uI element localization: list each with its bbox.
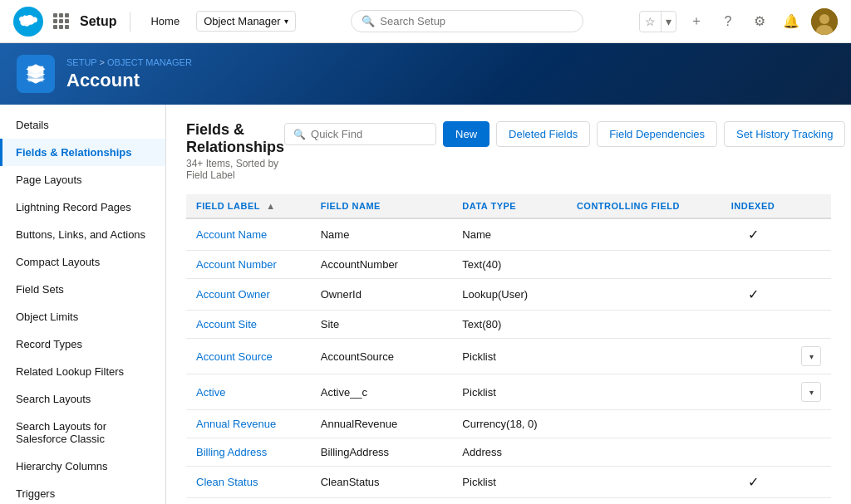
field-label-link[interactable]: Clean Status bbox=[196, 476, 258, 488]
favorites-dropdown-arrow[interactable]: ▾ bbox=[661, 12, 676, 32]
cell-field-name: CleanStatus bbox=[311, 467, 453, 498]
table-header: FIELD LABEL ▲ FIELD NAME DATA TYPE CONTR… bbox=[186, 194, 831, 218]
svg-point-1 bbox=[819, 14, 829, 24]
cell-actions bbox=[791, 279, 831, 311]
sidebar-item-lightning-record-pages[interactable]: Lightning Record Pages bbox=[0, 193, 165, 221]
object-header: SETUP > OBJECT MANAGER Account bbox=[0, 43, 851, 105]
sidebar-item-search-layouts-classic[interactable]: Search Layouts for Salesforce Classic bbox=[0, 413, 165, 453]
home-nav-link[interactable]: Home bbox=[144, 12, 186, 31]
cell-field-name: OwnerId bbox=[311, 279, 453, 311]
quick-find-search-icon: 🔍 bbox=[293, 129, 306, 140]
cell-actions bbox=[791, 467, 831, 498]
col-header-indexed[interactable]: INDEXED bbox=[715, 194, 791, 218]
object-manager-breadcrumb-link[interactable]: OBJECT MANAGER bbox=[107, 57, 192, 67]
cell-data-type: Picklist bbox=[452, 339, 567, 374]
section-subtitle: 34+ Items, Sorted by Field Label bbox=[186, 158, 284, 181]
sidebar-item-search-layouts[interactable]: Search Layouts bbox=[0, 385, 165, 413]
row-dropdown-button[interactable]: ▾ bbox=[801, 382, 821, 402]
new-button[interactable]: New bbox=[443, 121, 489, 147]
table-row: Account SourceAccountSourcePicklist▾ bbox=[186, 339, 831, 374]
sidebar-item-field-sets[interactable]: Field Sets bbox=[0, 276, 165, 303]
cell-field-label: Account Number bbox=[186, 251, 311, 279]
cell-indexed: ✓ bbox=[715, 467, 791, 498]
cell-field-label: Annual Revenue bbox=[186, 410, 311, 438]
cell-field-name: CreatedById bbox=[311, 498, 453, 505]
sidebar-item-object-limits[interactable]: Object Limits bbox=[0, 303, 165, 330]
cell-data-type: Lookup(User) bbox=[452, 498, 567, 505]
setup-breadcrumb-link[interactable]: SETUP bbox=[66, 57, 96, 67]
row-dropdown-button[interactable]: ▾ bbox=[801, 346, 821, 366]
col-header-controlling-field[interactable]: CONTROLLING FIELD bbox=[567, 194, 715, 218]
cell-data-type: Picklist bbox=[452, 374, 567, 410]
setup-gear-icon[interactable]: ⚙ bbox=[748, 10, 771, 33]
cell-controlling-field bbox=[567, 339, 715, 374]
field-label-link[interactable]: Account Source bbox=[196, 350, 273, 363]
notifications-bell-icon[interactable]: 🔔 bbox=[780, 10, 803, 33]
field-label-link[interactable]: Annual Revenue bbox=[196, 418, 276, 430]
col-header-field-name[interactable]: FIELD NAME bbox=[311, 194, 453, 218]
section-title-block: Fields & Relationships 34+ Items, Sorted… bbox=[186, 121, 284, 181]
top-navigation: Setup Home Object Manager ▾ 🔍 ☆ ▾ ＋ ? ⚙ … bbox=[0, 0, 851, 43]
cell-actions bbox=[791, 311, 831, 339]
cell-field-name: Name bbox=[311, 218, 453, 251]
sidebar-item-related-lookup-filters[interactable]: Related Lookup Filters bbox=[0, 358, 165, 385]
cell-field-name: BillingAddress bbox=[311, 438, 453, 467]
cell-indexed: ✓ bbox=[715, 279, 791, 311]
cell-field-label: Account Name bbox=[186, 218, 311, 251]
indexed-checkmark: ✓ bbox=[748, 475, 759, 489]
cell-actions bbox=[791, 438, 831, 467]
set-history-tracking-button[interactable]: Set History Tracking bbox=[724, 121, 845, 147]
sidebar-item-compact-layouts[interactable]: Compact Layouts bbox=[0, 248, 165, 276]
cell-actions: ▾ bbox=[791, 374, 831, 410]
table-row: Account OwnerOwnerIdLookup(User)✓ bbox=[186, 279, 831, 311]
content-actions: 🔍 New Deleted Fields Field Dependencies … bbox=[284, 121, 845, 147]
sidebar-item-record-types[interactable]: Record Types bbox=[0, 330, 165, 358]
col-header-field-label[interactable]: FIELD LABEL ▲ bbox=[186, 194, 311, 218]
field-label-link[interactable]: Account Number bbox=[196, 258, 277, 271]
field-label-link[interactable]: Account Site bbox=[196, 318, 257, 330]
star-icon: ☆ bbox=[640, 12, 661, 32]
deleted-fields-button[interactable]: Deleted Fields bbox=[496, 121, 590, 147]
avatar[interactable] bbox=[811, 8, 838, 35]
col-header-data-type[interactable]: DATA TYPE bbox=[452, 194, 567, 218]
object-manager-tab[interactable]: Object Manager ▾ bbox=[196, 11, 296, 32]
nav-divider bbox=[130, 12, 130, 32]
cell-indexed bbox=[715, 498, 791, 505]
salesforce-logo[interactable] bbox=[13, 7, 43, 37]
cell-data-type: Lookup(User) bbox=[452, 279, 567, 311]
add-icon[interactable]: ＋ bbox=[685, 10, 708, 33]
cell-actions bbox=[791, 218, 831, 251]
table-row: Clean StatusCleanStatusPicklist✓ bbox=[186, 467, 831, 498]
sidebar-item-details[interactable]: Details bbox=[0, 111, 165, 139]
cell-actions bbox=[791, 251, 831, 279]
chevron-down-icon: ▾ bbox=[284, 17, 288, 26]
cell-field-label: Active bbox=[186, 374, 311, 410]
sidebar-item-hierarchy-columns[interactable]: Hierarchy Columns bbox=[0, 453, 165, 480]
cell-field-name: Active__c bbox=[311, 374, 453, 410]
field-label-link[interactable]: Account Owner bbox=[196, 288, 270, 301]
favorites-button[interactable]: ☆ ▾ bbox=[639, 11, 676, 32]
field-label-link[interactable]: Account Name bbox=[196, 228, 267, 241]
cell-field-label: Billing Address bbox=[186, 438, 311, 467]
nav-icons: ☆ ▾ ＋ ? ⚙ 🔔 bbox=[639, 8, 838, 35]
sidebar-item-triggers[interactable]: Triggers bbox=[0, 480, 165, 504]
app-launcher-icon[interactable] bbox=[53, 13, 70, 30]
sidebar: DetailsFields & RelationshipsPage Layout… bbox=[0, 105, 166, 504]
search-input[interactable] bbox=[380, 15, 573, 27]
sort-icon: ▲ bbox=[266, 201, 275, 211]
field-dependencies-button[interactable]: Field Dependencies bbox=[597, 121, 717, 147]
cell-field-label: Account Source bbox=[186, 339, 311, 374]
sidebar-item-page-layouts[interactable]: Page Layouts bbox=[0, 166, 165, 193]
table-row: Account SiteSiteText(80) bbox=[186, 311, 831, 339]
field-label-link[interactable]: Active bbox=[196, 386, 225, 399]
help-icon[interactable]: ? bbox=[716, 10, 740, 33]
quick-find-input[interactable] bbox=[311, 128, 427, 140]
fields-table-container: FIELD LABEL ▲ FIELD NAME DATA TYPE CONTR… bbox=[186, 194, 831, 504]
cell-field-name: AccountSource bbox=[311, 339, 453, 374]
field-label-link[interactable]: Billing Address bbox=[196, 446, 267, 458]
sidebar-item-buttons-links-actions[interactable]: Buttons, Links, and Actions bbox=[0, 221, 165, 248]
table-row: Billing AddressBillingAddressAddress bbox=[186, 438, 831, 467]
search-icon: 🔍 bbox=[362, 15, 375, 27]
sidebar-item-fields-relationships[interactable]: Fields & Relationships bbox=[0, 139, 165, 166]
quick-find-container: 🔍 bbox=[284, 123, 436, 145]
